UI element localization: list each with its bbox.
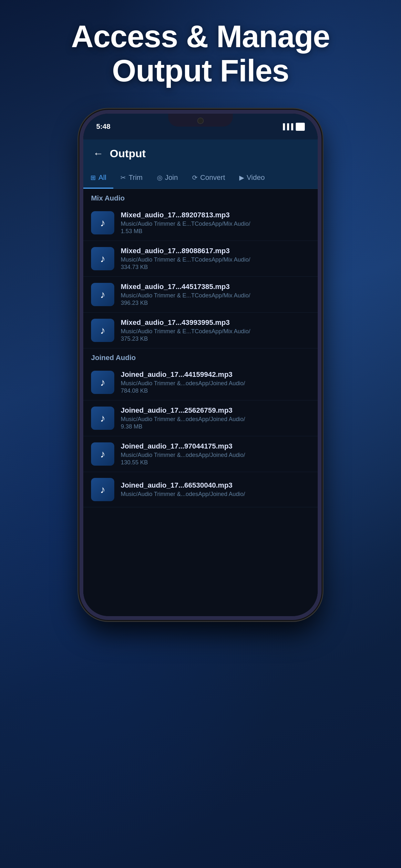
file-info: Joined_audio_17...66530040.mp3 Music/Aud… <box>121 481 310 498</box>
file-size: 784.08 KB <box>121 388 310 394</box>
file-icon: ♪ <box>91 407 114 430</box>
file-icon: ♪ <box>91 283 114 306</box>
file-name: Joined_audio_17...25626759.mp3 <box>121 406 310 414</box>
file-size: 396.23 KB <box>121 300 310 306</box>
file-info: Joined_audio_17...44159942.mp3 Music/Aud… <box>121 370 310 394</box>
file-path: Music/Audio Trimmer & E...TCodesApp/Mix … <box>121 292 310 299</box>
file-info: Mixed_audio_17...89207813.mp3 Music/Audi… <box>121 211 310 235</box>
back-button[interactable]: ← <box>93 148 103 159</box>
title-line1: Access & Manage <box>71 19 330 54</box>
tab-all-label: All <box>98 174 106 182</box>
status-icons: ▐▐▐ 69 <box>281 123 305 131</box>
music-note-icon: ♪ <box>100 324 105 337</box>
file-icon: ♪ <box>91 371 114 394</box>
file-size: 130.55 KB <box>121 459 310 466</box>
music-note-icon: ♪ <box>100 289 105 301</box>
file-size: 375.23 KB <box>121 336 310 342</box>
file-name: Joined_audio_17...66530040.mp3 <box>121 481 310 490</box>
status-time: 5:48 <box>96 122 111 131</box>
file-list: Mix Audio ♪ Mixed_audio_17...89207813.mp… <box>83 189 318 616</box>
music-note-icon: ♪ <box>100 376 105 389</box>
file-icon: ♪ <box>91 319 114 342</box>
file-path: Music/Audio Trimmer &...odesApp/Joined A… <box>121 416 310 423</box>
screen-title: Output <box>110 147 146 160</box>
list-item[interactable]: ♪ Joined_audio_17...44159942.mp3 Music/A… <box>83 365 318 400</box>
list-item[interactable]: ♪ Joined_audio_17...66530040.mp3 Music/A… <box>83 472 318 507</box>
file-name: Joined_audio_17...44159942.mp3 <box>121 370 310 379</box>
file-info: Mixed_audio_17...44517385.mp3 Music/Audi… <box>121 283 310 306</box>
file-name: Mixed_audio_17...44517385.mp3 <box>121 283 310 291</box>
list-item[interactable]: ♪ Mixed_audio_17...89088617.mp3 Music/Au… <box>83 241 318 277</box>
music-note-icon: ♪ <box>100 253 105 265</box>
file-name: Mixed_audio_17...43993995.mp3 <box>121 318 310 327</box>
mix-audio-header: Mix Audio <box>83 189 318 205</box>
file-path: Music/Audio Trimmer & E...TCodesApp/Mix … <box>121 256 310 263</box>
page-title: Access & Manage Output Files <box>0 20 401 88</box>
list-item[interactable]: ♪ Mixed_audio_17...89207813.mp3 Music/Au… <box>83 205 318 241</box>
file-name: Mixed_audio_17...89088617.mp3 <box>121 247 310 255</box>
file-info: Joined_audio_17...97044175.mp3 Music/Aud… <box>121 442 310 466</box>
trim-icon: ✂ <box>120 174 126 182</box>
list-item[interactable]: ♪ Joined_audio_17...25626759.mp3 Music/A… <box>83 400 318 436</box>
join-icon: ◎ <box>157 174 162 182</box>
convert-icon: ⟳ <box>192 174 197 182</box>
tab-video[interactable]: ▶ Video <box>232 167 272 189</box>
file-info: Joined_audio_17...25626759.mp3 Music/Aud… <box>121 406 310 430</box>
file-size: 334.73 KB <box>121 264 310 271</box>
music-note-icon: ♪ <box>100 484 105 496</box>
phone-frame: 5:48 ▐▐▐ 69 ← Output ⊞ All <box>80 110 321 620</box>
music-note-icon: ♪ <box>100 217 105 229</box>
battery-icon: 69 <box>296 123 305 131</box>
file-icon: ♪ <box>91 478 114 501</box>
camera <box>197 118 204 124</box>
file-path: Music/Audio Trimmer &...odesApp/Joined A… <box>121 452 310 459</box>
file-name: Joined_audio_17...97044175.mp3 <box>121 442 310 451</box>
file-path: Music/Audio Trimmer & E...TCodesApp/Mix … <box>121 328 310 335</box>
screen-content: ← Output ⊞ All ✂ Trim ◎ Join ⟳ <box>83 140 318 616</box>
all-icon: ⊞ <box>90 174 96 182</box>
file-size: 1.53 MB <box>121 228 310 235</box>
tab-video-label: Video <box>247 174 265 182</box>
file-icon: ♪ <box>91 211 114 235</box>
tab-trim-label: Trim <box>128 174 143 182</box>
tab-join[interactable]: ◎ Join <box>150 167 185 189</box>
file-path: Music/Audio Trimmer &...odesApp/Joined A… <box>121 380 310 387</box>
tab-join-label: Join <box>165 174 178 182</box>
file-icon: ♪ <box>91 247 114 270</box>
joined-audio-header: Joined Audio <box>83 348 318 365</box>
file-info: Mixed_audio_17...89088617.mp3 Music/Audi… <box>121 247 310 271</box>
file-path: Music/Audio Trimmer &...odesApp/Joined A… <box>121 491 310 498</box>
list-item[interactable]: ♪ Mixed_audio_17...43993995.mp3 Music/Au… <box>83 313 318 348</box>
tab-bar: ⊞ All ✂ Trim ◎ Join ⟳ Convert ▶ Video <box>83 167 318 189</box>
file-icon: ♪ <box>91 442 114 466</box>
tab-convert-label: Convert <box>200 174 225 182</box>
file-size: 9.38 MB <box>121 423 310 430</box>
tab-convert[interactable]: ⟳ Convert <box>185 167 232 189</box>
video-icon: ▶ <box>239 174 244 182</box>
file-path: Music/Audio Trimmer & E...TCodesApp/Mix … <box>121 221 310 227</box>
music-note-icon: ♪ <box>100 412 105 424</box>
signal-icon: ▐▐▐ <box>281 123 293 130</box>
tab-trim[interactable]: ✂ Trim <box>113 167 150 189</box>
list-item[interactable]: ♪ Mixed_audio_17...44517385.mp3 Music/Au… <box>83 277 318 313</box>
file-name: Mixed_audio_17...89207813.mp3 <box>121 211 310 219</box>
notch <box>168 114 233 127</box>
list-item[interactable]: ♪ Joined_audio_17...97044175.mp3 Music/A… <box>83 436 318 472</box>
title-line2: Output Files <box>112 53 289 88</box>
tab-all[interactable]: ⊞ All <box>83 167 113 189</box>
file-info: Mixed_audio_17...43993995.mp3 Music/Audi… <box>121 318 310 342</box>
phone-screen: 5:48 ▐▐▐ 69 ← Output ⊞ All <box>83 114 318 616</box>
app-header: ← Output <box>83 140 318 167</box>
status-bar: 5:48 ▐▐▐ 69 <box>83 114 318 140</box>
music-note-icon: ♪ <box>100 448 105 460</box>
